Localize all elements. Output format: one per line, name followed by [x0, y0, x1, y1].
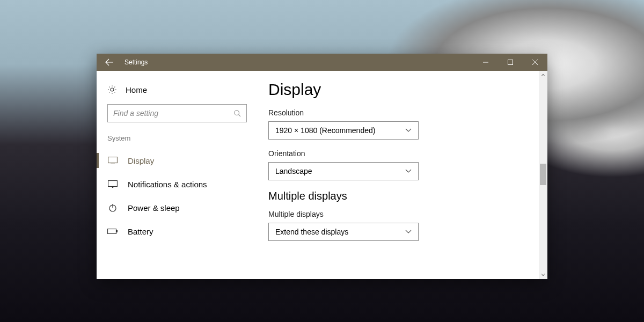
scroll-thumb[interactable]	[540, 164, 546, 185]
svg-rect-1	[508, 60, 513, 65]
maximize-button[interactable]	[498, 54, 523, 71]
resolution-value: 1920 × 1080 (Recommended)	[275, 126, 375, 135]
svg-point-2	[235, 111, 239, 115]
home-label: Home	[126, 85, 147, 94]
svg-rect-9	[108, 229, 116, 234]
sidebar-item-display[interactable]: Display	[97, 149, 258, 172]
scrollbar[interactable]	[539, 71, 547, 279]
minimize-icon	[483, 60, 488, 65]
gear-icon	[107, 85, 117, 94]
scroll-down-button[interactable]	[539, 270, 547, 279]
sidebar-item-label: Display	[128, 156, 154, 165]
multiple-displays-label: Multiple displays	[268, 210, 526, 218]
titlebar: Settings	[97, 54, 547, 71]
scroll-up-button[interactable]	[539, 71, 547, 79]
svg-rect-6	[108, 181, 118, 187]
sidebar-home[interactable]: Home	[97, 80, 258, 102]
page-heading: Display	[268, 80, 526, 99]
power-icon	[107, 203, 118, 212]
sidebar-item-power[interactable]: Power & sleep	[97, 196, 258, 219]
scroll-track[interactable]	[539, 79, 547, 270]
sidebar-item-battery[interactable]: Battery	[97, 219, 258, 243]
content-pane: Display Resolution 1920 × 1080 (Recommen…	[258, 71, 547, 279]
back-arrow-icon	[105, 58, 114, 67]
multiple-displays-dropdown[interactable]: Extend these displays	[268, 223, 419, 241]
minimize-button[interactable]	[473, 54, 498, 71]
close-button[interactable]	[523, 54, 547, 71]
orientation-value: Landscape	[275, 167, 312, 175]
resolution-label: Resolution	[268, 108, 526, 117]
maximize-icon	[508, 60, 513, 65]
sidebar-item-notifications[interactable]: Notifications & actions	[97, 172, 258, 196]
svg-rect-4	[108, 157, 118, 163]
chevron-down-icon	[405, 128, 412, 133]
multiple-displays-heading: Multiple displays	[268, 190, 526, 202]
sidebar-item-label: Power & sleep	[128, 203, 180, 213]
sidebar-item-label: Battery	[128, 227, 153, 236]
svg-rect-10	[116, 230, 118, 232]
search-input[interactable]	[113, 109, 233, 118]
svg-line-3	[239, 115, 241, 117]
battery-icon	[107, 229, 118, 234]
display-icon	[107, 157, 118, 164]
resolution-dropdown[interactable]: 1920 × 1080 (Recommended)	[268, 121, 419, 140]
chevron-up-icon	[541, 74, 545, 77]
sidebar: Home System Display Notifications &	[97, 71, 258, 279]
search-box[interactable]	[107, 104, 247, 122]
chevron-down-icon	[405, 169, 412, 173]
sidebar-category: System	[97, 134, 258, 149]
chevron-down-icon	[405, 230, 412, 234]
back-button[interactable]	[97, 54, 122, 71]
orientation-label: Orientation	[268, 149, 526, 158]
chevron-down-icon	[541, 273, 545, 276]
window-title: Settings	[122, 58, 148, 66]
settings-window: Settings Home System	[97, 54, 547, 279]
orientation-dropdown[interactable]: Landscape	[268, 162, 419, 180]
search-icon	[233, 109, 241, 117]
notifications-icon	[107, 180, 118, 188]
close-icon	[532, 60, 538, 65]
multiple-displays-value: Extend these displays	[275, 228, 348, 236]
sidebar-item-label: Notifications & actions	[128, 180, 207, 189]
